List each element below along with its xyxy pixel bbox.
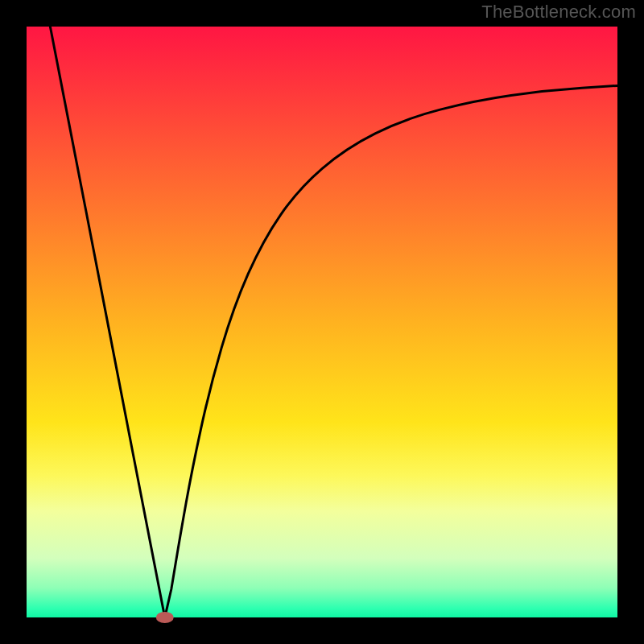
- plot-background: [27, 27, 617, 617]
- optimal-point-marker: [156, 612, 174, 623]
- chart-root: TheBottleneck.com: [0, 0, 644, 644]
- bottleneck-chart: [0, 0, 644, 644]
- attribution-label: TheBottleneck.com: [481, 2, 636, 23]
